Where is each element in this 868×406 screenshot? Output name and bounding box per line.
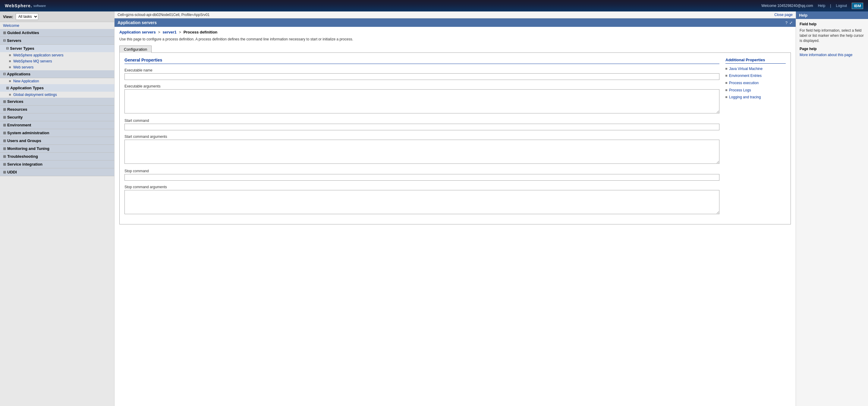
additional-properties-list: Java Virtual MachineEnvironment EntriesP… [725, 67, 786, 100]
stop-command-args-label: Stop command arguments [124, 185, 719, 189]
expand-guided-icon: ⊞ [3, 31, 6, 35]
view-select[interactable]: All tasks [16, 13, 38, 20]
sidebar-item-servers[interactable]: ⊟ Servers [0, 37, 114, 45]
help-link[interactable]: Help [818, 4, 826, 8]
more-info-link[interactable]: More information about this page [800, 53, 852, 57]
header-divider: | [830, 4, 831, 8]
sidebar-item-web-servers[interactable]: Web servers [0, 64, 114, 70]
additional-property-link[interactable]: Process Logs [729, 88, 751, 93]
expand-environment-icon: ⊞ [3, 123, 6, 127]
sidebar-item-environment[interactable]: ⊞ Environment [0, 121, 114, 129]
layout: View: All tasks Welcome ⊞ Guided Activit… [0, 11, 868, 406]
sidebar-item-system-admin[interactable]: ⊞ System administration [0, 129, 114, 137]
help-panel-title: Help [796, 11, 868, 19]
start-command-input[interactable] [124, 124, 719, 130]
sidebar-item-welcome[interactable]: Welcome [0, 22, 114, 29]
expand-icon-btn[interactable]: ⤢ [789, 21, 793, 25]
global-deployment-link[interactable]: Global deployment settings [13, 93, 57, 97]
sidebar-item-websphere-app-servers[interactable]: WebSphere application servers [0, 52, 114, 58]
additional-property-item: Process execution [725, 81, 786, 86]
servers-label: Servers [7, 38, 22, 43]
expand-app-types-icon: ⊞ [6, 86, 9, 90]
resources-label: Resources [7, 107, 27, 112]
expand-users-icon: ⊞ [3, 139, 6, 143]
sidebar-item-server-types[interactable]: ⊟ Server Types [0, 45, 114, 52]
sidebar: View: All tasks Welcome ⊞ Guided Activit… [0, 11, 115, 406]
expand-security-icon: ⊞ [3, 115, 6, 119]
sidebar-item-service-integration[interactable]: ⊞ Service integration [0, 161, 114, 168]
executable-args-textarea[interactable] [124, 89, 719, 113]
view-bar: View: All tasks [0, 11, 114, 22]
bullet-icon [725, 89, 727, 91]
breadcrumb-link-server1[interactable]: server1 [163, 30, 177, 34]
expand-sysadmin-icon: ⊞ [3, 131, 6, 135]
expand-troubleshooting-icon: ⊞ [3, 154, 6, 159]
sidebar-item-uddi[interactable]: ⊞ UDDI [0, 168, 114, 176]
additional-property-item: Process Logs [725, 88, 786, 93]
cell-bar: Cell=gzns-scloud-api-db02Node01Cell, Pro… [115, 11, 796, 19]
server-types-label: Server Types [10, 46, 34, 51]
close-page-link[interactable]: Close page [774, 13, 793, 17]
bullet-icon [9, 80, 11, 82]
collapse-server-types-icon: ⊟ [6, 47, 9, 50]
monitoring-label: Monitoring and Tuning [7, 146, 50, 151]
sidebar-item-new-application[interactable]: New Application [0, 78, 114, 84]
bullet-icon [725, 96, 727, 98]
additional-property-link[interactable]: Logging and tracing [729, 95, 761, 100]
executable-name-input[interactable] [124, 73, 719, 80]
sidebar-item-websphere-mq-servers[interactable]: WebSphere MQ servers [0, 58, 114, 64]
cell-text: Cell=gzns-scloud-api-db02Node01Cell, Pro… [118, 13, 210, 17]
sidebar-item-applications[interactable]: ⊟ Applications [0, 70, 114, 78]
breadcrumb-separator-1: > [158, 30, 161, 34]
additional-properties-title: Additional Properties [725, 58, 786, 64]
bullet-icon [9, 60, 11, 62]
expand-services-icon: ⊞ [3, 99, 6, 104]
bullet-icon [9, 54, 11, 56]
field-group-start-command-args: Start command arguments [124, 135, 719, 165]
additional-properties-panel: Additional Properties Java Virtual Machi… [725, 58, 786, 219]
view-label: View: [3, 14, 13, 19]
new-application-link[interactable]: New Application [13, 79, 39, 83]
additional-property-item: Logging and tracing [725, 95, 786, 100]
sidebar-item-users-groups[interactable]: ⊞ Users and Groups [0, 137, 114, 145]
sidebar-item-guided-activities[interactable]: ⊞ Guided Activities [0, 29, 114, 37]
field-help-title: Field help [800, 22, 864, 26]
sidebar-item-global-deployment[interactable]: Global deployment settings [0, 92, 114, 98]
bullet-icon [9, 94, 11, 96]
web-servers-link[interactable]: Web servers [13, 65, 33, 69]
websphere-logo-text: WebSphere. [5, 3, 32, 8]
additional-property-link[interactable]: Environment Entries [729, 74, 762, 79]
tab-content: General Properties Executable name Execu… [119, 53, 791, 225]
logout-link[interactable]: Logout [836, 4, 847, 8]
title-bar-icons: ? ⤢ [785, 21, 793, 25]
welcome-text: Welcome 1045298240@qq.com [761, 4, 813, 8]
troubleshooting-label: Troubleshooting [7, 154, 38, 159]
breadcrumb-link-app-servers[interactable]: Application servers [119, 30, 156, 34]
websphere-mq-servers-link[interactable]: WebSphere MQ servers [13, 59, 52, 63]
additional-property-link[interactable]: Process execution [729, 81, 758, 86]
sidebar-item-services[interactable]: ⊞ Services [0, 98, 114, 106]
collapse-servers-icon: ⊟ [3, 38, 6, 42]
field-group-executable-name: Executable name [124, 68, 719, 80]
sidebar-item-monitoring[interactable]: ⊞ Monitoring and Tuning [0, 145, 114, 153]
expand-service-int-icon: ⊞ [3, 162, 6, 167]
configuration-tab[interactable]: Configuration [119, 46, 152, 53]
field-group-stop-command: Stop command [124, 169, 719, 181]
websphere-app-servers-link[interactable]: WebSphere application servers [13, 53, 64, 57]
additional-property-link[interactable]: Java Virtual Machine [729, 67, 763, 71]
sidebar-item-resources[interactable]: ⊞ Resources [0, 106, 114, 113]
header: WebSphere. software Welcome 1045298240@q… [0, 0, 868, 11]
page-help-title: Page help [800, 47, 864, 51]
stop-command-input[interactable] [124, 174, 719, 181]
additional-property-item: Java Virtual Machine [725, 67, 786, 71]
applications-label: Applications [7, 72, 30, 76]
start-command-args-textarea[interactable] [124, 140, 719, 164]
sidebar-item-application-types[interactable]: ⊞ Application Types [0, 84, 114, 92]
sidebar-item-troubleshooting[interactable]: ⊞ Troubleshooting [0, 153, 114, 161]
help-icon-btn[interactable]: ? [785, 21, 787, 25]
sidebar-item-security[interactable]: ⊞ Security [0, 113, 114, 121]
form-plus-props: General Properties Executable name Execu… [124, 58, 786, 219]
welcome-link[interactable]: Welcome [3, 23, 19, 28]
users-groups-label: Users and Groups [7, 139, 41, 143]
stop-command-args-textarea[interactable] [124, 190, 719, 214]
